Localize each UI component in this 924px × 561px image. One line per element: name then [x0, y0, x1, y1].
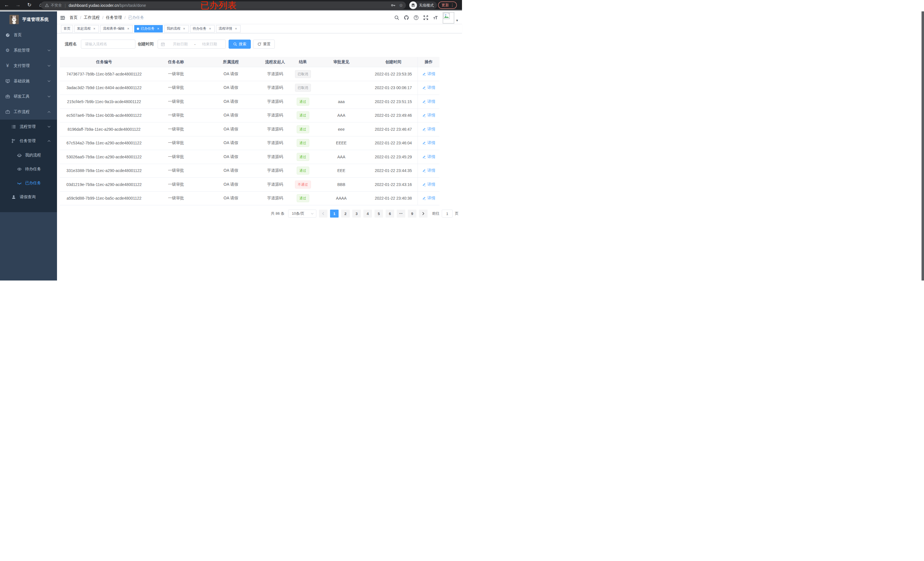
goto-page-input[interactable]: 1: [442, 209, 453, 218]
browser-menu-kebab-icon[interactable]: ⋮: [450, 3, 454, 7]
breadcrumb-item-工作流程[interactable]: 工作流程: [84, 15, 100, 20]
sidebar-item-已办任务[interactable]: 已办任务: [0, 176, 57, 190]
back-icon[interactable]: ←: [3, 1, 10, 9]
tab-label: 首页: [63, 26, 70, 31]
process-name-input[interactable]: 请输入流程名: [81, 40, 135, 49]
sidebar: 芋道管理系统 首页⚙系统管理¥支付管理基础设施研发工具工作流程流程管理任务管理我…: [0, 11, 57, 280]
page-button-3[interactable]: 3: [352, 209, 361, 218]
close-icon[interactable]: ×: [182, 27, 186, 31]
page-size-select[interactable]: 10条/页: [288, 209, 316, 218]
sidebar-logo-row[interactable]: 芋道管理系统: [0, 11, 57, 27]
table-row: 67c534a2-7b9a-11ec-a290-acde48001122一级审批…: [60, 136, 440, 150]
hamburger-icon[interactable]: [60, 15, 65, 20]
reload-icon[interactable]: ↻: [26, 1, 33, 9]
tab-待办任务[interactable]: 待办任务×: [190, 25, 214, 33]
reset-button[interactable]: 重置: [253, 40, 275, 49]
detail-link[interactable]: 详情: [422, 182, 435, 187]
close-icon[interactable]: ×: [126, 27, 130, 31]
breadcrumb-item-任务管理[interactable]: 任务管理: [106, 15, 122, 20]
sidebar-item-任务管理[interactable]: 任务管理: [0, 134, 57, 148]
page-button-6[interactable]: 6: [386, 209, 394, 218]
browser-update-button[interactable]: 更新 ⋮: [438, 1, 457, 9]
forward-icon[interactable]: →: [14, 1, 22, 9]
sidebar-item-label: 任务管理: [20, 138, 36, 144]
close-icon[interactable]: ×: [234, 27, 238, 31]
sidebar-item-研发工具[interactable]: 研发工具: [0, 89, 57, 104]
status-badge: 通过: [297, 111, 309, 119]
opinion-cell: AAAA: [314, 191, 369, 205]
created-time-cell: 2022-01-22 23:46:04: [369, 136, 417, 150]
sidebar-item-label: 已办任务: [25, 181, 41, 186]
sidebar-item-请假查询[interactable]: 请假查询: [0, 190, 57, 204]
page-ellipsis-button[interactable]: •••: [397, 209, 405, 218]
starter-cell: 芋道源码: [258, 67, 292, 81]
tab-已办任务[interactable]: 已办任务×: [134, 25, 163, 33]
bookmark-star-icon[interactable]: ☆: [399, 3, 403, 8]
process-cell: OA 请假: [204, 123, 258, 136]
tab-流程表单-编辑[interactable]: 流程表单-编辑×: [100, 25, 133, 33]
sidebar-item-系统管理[interactable]: ⚙系统管理: [0, 43, 57, 58]
font-size-icon[interactable]: [433, 15, 438, 20]
main-area: 首页/工作流程/任务管理/已办任务 ▾ 首页发起流程×流程表单-编辑×已办任务×…: [57, 11, 462, 280]
close-icon[interactable]: ×: [156, 27, 160, 31]
sidebar-item-待办任务[interactable]: 待办任务: [0, 162, 57, 176]
table-row: 74736737-7b9b-11ec-b5b7-acde48001122一级审批…: [60, 67, 440, 81]
next-page-button[interactable]: [419, 209, 428, 218]
page-button-5[interactable]: 5: [375, 209, 383, 218]
page-button-4[interactable]: 4: [363, 209, 372, 218]
sidebar-item-工作流程[interactable]: 工作流程: [0, 104, 57, 120]
search-icon[interactable]: [394, 15, 399, 20]
detail-link-label: 详情: [428, 182, 435, 187]
edit-icon: [422, 169, 428, 172]
tab-我的流程[interactable]: 我的流程×: [164, 25, 189, 33]
tab-首页[interactable]: 首页: [61, 25, 73, 33]
sidebar-item-首页[interactable]: 首页: [0, 27, 57, 43]
detail-link[interactable]: 详情: [422, 72, 435, 76]
goto-label: 前往: [432, 211, 440, 216]
tab-发起流程[interactable]: 发起流程×: [74, 25, 99, 33]
page-button-1[interactable]: 1: [330, 209, 339, 218]
avatar-caret-down-icon[interactable]: ▾: [456, 18, 458, 22]
chevron-down-icon: [47, 64, 51, 67]
page-button-9[interactable]: 9: [408, 209, 416, 218]
tab-流程详情[interactable]: 流程详情×: [216, 25, 240, 33]
navbar-actions: ▾: [390, 12, 462, 24]
detail-link[interactable]: 详情: [422, 154, 435, 160]
detail-link[interactable]: 详情: [422, 127, 435, 132]
security-label[interactable]: 不安全: [51, 3, 62, 8]
detail-link[interactable]: 详情: [422, 113, 435, 118]
detail-link[interactable]: 详情: [422, 196, 435, 201]
app-window: 芋道管理系统 首页⚙系统管理¥支付管理基础设施研发工具工作流程流程管理任务管理我…: [0, 11, 462, 280]
end-date-placeholder[interactable]: 结束日期: [196, 42, 223, 47]
password-key-icon[interactable]: [391, 3, 396, 8]
action-cell: 详情: [417, 67, 440, 81]
detail-link[interactable]: 详情: [422, 141, 435, 145]
task-name-cell: 一级审批: [148, 136, 204, 150]
breadcrumb-separator: /: [80, 15, 81, 20]
table-row: 331e3388-7b9a-11ec-a290-acde48001122一级审批…: [60, 164, 440, 178]
page-button-2[interactable]: 2: [341, 209, 350, 218]
detail-link[interactable]: 详情: [422, 85, 435, 90]
breadcrumb-item-首页[interactable]: 首页: [69, 15, 78, 20]
opinion-cell: BBB: [314, 178, 369, 191]
sidebar-item-流程管理[interactable]: 流程管理: [0, 120, 57, 134]
chevron-left-icon: [321, 212, 325, 215]
search-button[interactable]: 搜索: [229, 40, 251, 49]
fullscreen-icon[interactable]: [423, 15, 428, 20]
prev-page-button[interactable]: [319, 209, 327, 218]
sidebar-item-支付管理[interactable]: ¥支付管理: [0, 58, 57, 73]
close-icon[interactable]: ×: [92, 27, 96, 31]
avatar[interactable]: [442, 12, 454, 24]
date-range-picker[interactable]: 开始日期 - 结束日期: [158, 40, 226, 49]
detail-link[interactable]: 详情: [422, 99, 435, 104]
sidebar-item-我的流程[interactable]: 我的流程: [0, 148, 57, 162]
github-icon[interactable]: [404, 15, 409, 20]
opinion-cell: eee: [314, 123, 369, 136]
app-title: 芋道管理系统: [22, 17, 49, 22]
detail-link[interactable]: 详情: [422, 168, 435, 173]
start-date-placeholder[interactable]: 开始日期: [167, 42, 193, 47]
close-icon[interactable]: ×: [208, 27, 212, 31]
browser-toolbar: ← → ↻ ⌂ 不安全 | dashboard.yudao.iocoder.cn…: [0, 0, 462, 10]
help-icon[interactable]: [414, 15, 418, 20]
sidebar-item-基础设施[interactable]: 基础设施: [0, 73, 57, 89]
